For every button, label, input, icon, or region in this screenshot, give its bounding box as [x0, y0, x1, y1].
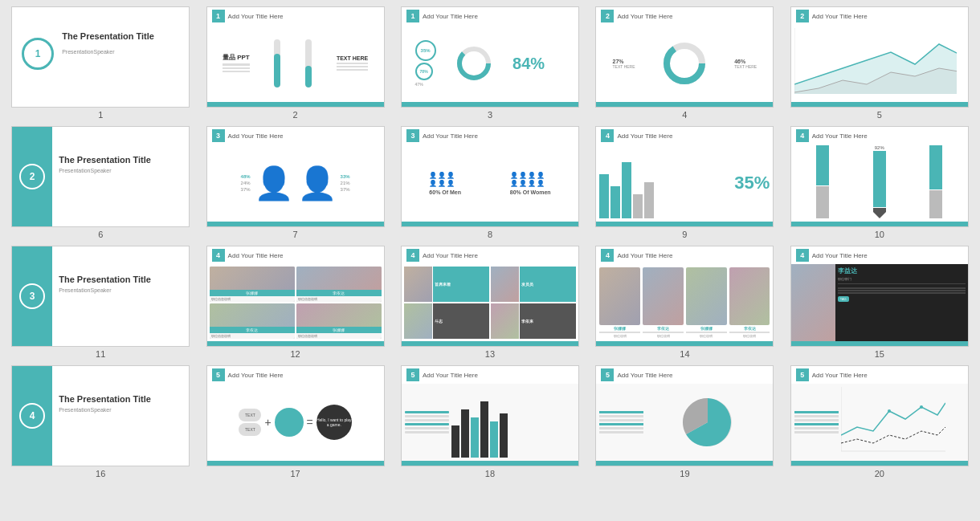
slide19-title: Add Your Title Here — [617, 372, 672, 379]
man-icon: 👤 — [254, 165, 294, 202]
slide9-content: 35% — [596, 144, 773, 222]
divider-15 — [838, 283, 966, 284]
photo-label-13-2: 发员员 — [520, 267, 576, 302]
slide10-inner: 44% 92% 45% — [791, 144, 968, 222]
slide19-badge: 5 — [601, 368, 614, 381]
slide-item-3: 1 Add Your Title Here 35% 78% 47% 84% — [396, 6, 584, 120]
tbl-20-1 — [794, 411, 839, 413]
bar-10-5 — [929, 190, 942, 218]
bar-9-4 — [633, 194, 643, 218]
photo-label-1: 张娜娜 — [210, 290, 295, 296]
photo-row-13-2: 发员员 — [491, 267, 576, 302]
slide5-content — [791, 25, 968, 102]
photo-row-14: 张娜娜 职位说明 李依达 职位说明 张娜娜 职位说明 — [596, 264, 773, 341]
slide-thumb-9[interactable]: 4 Add Your Title Here 35% — [595, 126, 774, 227]
tbl-19-6 — [599, 431, 643, 433]
slide17-title: Add Your Title Here — [228, 372, 284, 379]
slide20-header: 5 Add Your Title Here — [791, 366, 968, 384]
slide-thumb-15[interactable]: 4 Add Your Title Here 李益达 职位/部门 — [790, 246, 969, 347]
bar-18-5 — [490, 421, 498, 458]
slide-number-20: 20 — [875, 469, 884, 478]
photo-img-2 — [296, 267, 382, 290]
slide-thumb-16[interactable]: 4 The Presentation Title PresentationSpe… — [11, 365, 190, 466]
line-svg-20 — [841, 387, 945, 455]
slide18-footer — [402, 461, 578, 466]
slide-number-7: 7 — [293, 230, 298, 239]
slide12-badge: 4 — [212, 249, 225, 262]
slide-number-18: 18 — [485, 469, 495, 478]
slide19-header: 5 Add Your Title Here — [596, 366, 773, 384]
slide-number-15: 15 — [875, 349, 884, 359]
slide-number-19: 19 — [680, 469, 689, 478]
photo-label-13-1: 首席来着 — [433, 267, 489, 302]
slide-number-16: 16 — [96, 469, 105, 478]
slide16-title-area: The Presentation Title PresentationSpeak… — [59, 394, 151, 413]
photo-desc-3: 职位信息说明 — [210, 333, 295, 339]
slide-thumb-2[interactable]: 1 Add Your Title Here 量品 PPT — [206, 6, 385, 108]
pie-svg — [678, 393, 738, 453]
slide-item-6: 2 The Presentation Title PresentationSpe… — [6, 126, 194, 239]
therm-bar-2 — [305, 39, 312, 88]
slide12-title: Add Your Title Here — [228, 252, 284, 259]
slide-thumb-8[interactable]: 3 Add Your Title Here 👤 👤 👤 👤 👤 — [401, 126, 579, 227]
therm-fill-2 — [305, 66, 312, 88]
slide2-inner: 量品 PPT — [207, 25, 384, 102]
slide13-content: 首席来着 发员员 斗志 — [402, 264, 578, 341]
slide-item-8: 3 Add Your Title Here 👤 👤 👤 👤 👤 — [396, 126, 584, 239]
line-14-3 — [686, 332, 727, 333]
photo-img-13-1 — [404, 267, 432, 302]
slide-thumb-4[interactable]: 2 Add Your Title Here 27% TEXT HERE 46% — [595, 6, 774, 108]
teal-circle-17 — [275, 408, 304, 437]
tbl-20-6 — [794, 431, 839, 433]
slide8-content: 👤 👤 👤 👤 👤 👤 60% Of Men � — [402, 144, 578, 222]
slide9-right: 35% — [734, 148, 770, 218]
bar-10-1 — [816, 145, 829, 185]
slide-thumb-13[interactable]: 4 Add Your Title Here 首席来着 发员员 — [401, 246, 579, 347]
slide-thumb-10[interactable]: 4 Add Your Title Here 44% 92% — [790, 126, 969, 227]
slide-thumb-1[interactable]: 1 The Presentation Title PresentationSpe… — [11, 6, 190, 108]
therm-bar-1 — [274, 39, 280, 88]
slide-thumb-12[interactable]: 4 Add Your Title Here 张娜娜 职位信息说明 李依达 职位信… — [206, 246, 385, 347]
photo-label-13-4: 李依来 — [520, 303, 576, 339]
slide3-left: 35% 78% 47% — [415, 40, 436, 87]
desc-14-2: 职位说明 — [643, 334, 684, 338]
desc-14-1: 职位说明 — [599, 334, 640, 338]
tbl-20-4 — [794, 423, 839, 425]
slide-thumb-6[interactable]: 2 The Presentation Title PresentationSpe… — [11, 126, 190, 227]
desc-14-3: 职位说明 — [686, 334, 727, 338]
slide17-content: TEXT TEXT + = Hello, I want to play a ga… — [207, 384, 384, 461]
slide-thumb-20[interactable]: 5 Add Your Title Here — [790, 365, 969, 466]
circle-35: 35% — [415, 40, 436, 61]
pie-container-19 — [646, 387, 770, 458]
slide-thumb-11[interactable]: 3 The Presentation Title PresentationSpe… — [11, 246, 190, 347]
slide-item-4: 2 Add Your Title Here 27% TEXT HERE 46% — [590, 6, 778, 120]
slide16-circle: 4 — [19, 403, 45, 429]
slide8-header: 3 Add Your Title Here — [402, 127, 578, 144]
slide-thumb-5[interactable]: 2 Add Your Title Here — [790, 6, 969, 108]
slide6-sub: PresentationSpeaker — [59, 168, 151, 173]
slide20-table — [794, 387, 839, 458]
profile-desc-15 — [838, 287, 966, 295]
donut-svg-3 — [456, 46, 492, 82]
table-row-18-2 — [405, 415, 449, 417]
slide13-header: 4 Add Your Title Here — [402, 246, 578, 264]
people-teal: 👤 👤 👤 👤 👤 👤 60% Of Men — [429, 172, 461, 195]
pill-1: TEXT — [239, 409, 261, 421]
slide-thumb-17[interactable]: 5 Add Your Title Here TEXT TEXT + = Hell… — [206, 365, 385, 466]
dark-circle-17: Hello, I want to play a game. — [316, 405, 352, 440]
slide-thumb-18[interactable]: 5 Add Your Title Here — [401, 365, 579, 466]
slide14-header: 4 Add Your Title Here — [596, 246, 773, 264]
slide-number-10: 10 — [875, 230, 884, 239]
svg-point-12 — [920, 405, 923, 409]
photo-label-4: 张娜娜 — [296, 327, 382, 333]
slide-thumb-14[interactable]: 4 Add Your Title Here 张娜娜 职位说明 李依达 职 — [595, 246, 774, 347]
slide-thumb-7[interactable]: 3 Add Your Title Here 48% 24% 37% 👤 👤 33… — [206, 126, 385, 227]
slide6-left-bar: 2 — [12, 127, 52, 226]
slide3-inner: 35% 78% 47% 84% — [402, 25, 578, 102]
slide8-inner: 👤 👤 👤 👤 👤 👤 60% Of Men � — [402, 144, 578, 222]
big-photo-15 — [791, 264, 835, 341]
slide15-content: 李益达 职位/部门 TAG — [791, 264, 968, 341]
slide-thumb-3[interactable]: 1 Add Your Title Here 35% 78% 47% 84% — [401, 6, 579, 108]
slide-thumb-19[interactable]: 5 Add Your Title Here — [595, 365, 774, 466]
slide-item-9: 4 Add Your Title Here 35% — [590, 126, 778, 239]
